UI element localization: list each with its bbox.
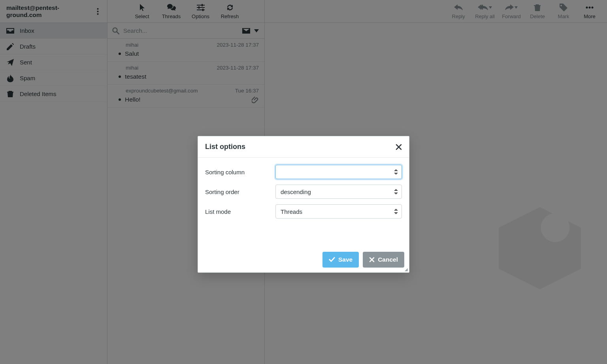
dialog-title: List options [205, 143, 245, 151]
sorting-order-select[interactable]: descending [275, 185, 402, 199]
form-row-sorting-column: Sorting column [205, 165, 402, 179]
check-icon [329, 257, 335, 262]
save-button[interactable]: Save [322, 252, 359, 268]
list-options-dialog: List options Sorting column [198, 136, 409, 273]
list-mode-select-wrapper: Threads [275, 204, 402, 219]
close-icon [369, 257, 375, 262]
dialog-close-button[interactable] [396, 144, 402, 150]
form-row-sorting-order: Sorting order descending [205, 185, 402, 199]
modal-overlay[interactable]: List options Sorting column [0, 0, 607, 364]
cancel-button[interactable]: Cancel [363, 252, 404, 268]
dialog-footer: Save Cancel ◢ [198, 248, 409, 272]
cancel-label: Cancel [378, 256, 398, 263]
sorting-column-select[interactable] [275, 165, 402, 179]
sorting-column-select-wrapper [275, 165, 402, 179]
sorting-column-label: Sorting column [205, 169, 268, 175]
list-mode-select[interactable]: Threads [275, 204, 402, 219]
sorting-order-label: Sorting order [205, 189, 268, 195]
save-label: Save [338, 256, 353, 263]
sorting-order-select-wrapper: descending [275, 185, 402, 199]
app-root: mailtest@pentest-ground.com Select Threa… [0, 0, 607, 364]
close-icon [396, 144, 402, 150]
dialog-header: List options [198, 136, 409, 158]
list-mode-label: List mode [205, 208, 268, 215]
resize-grip-icon: ◢ [405, 268, 407, 271]
form-row-list-mode: List mode Threads [205, 204, 402, 219]
dialog-body: Sorting column Sorting order d [198, 158, 409, 248]
